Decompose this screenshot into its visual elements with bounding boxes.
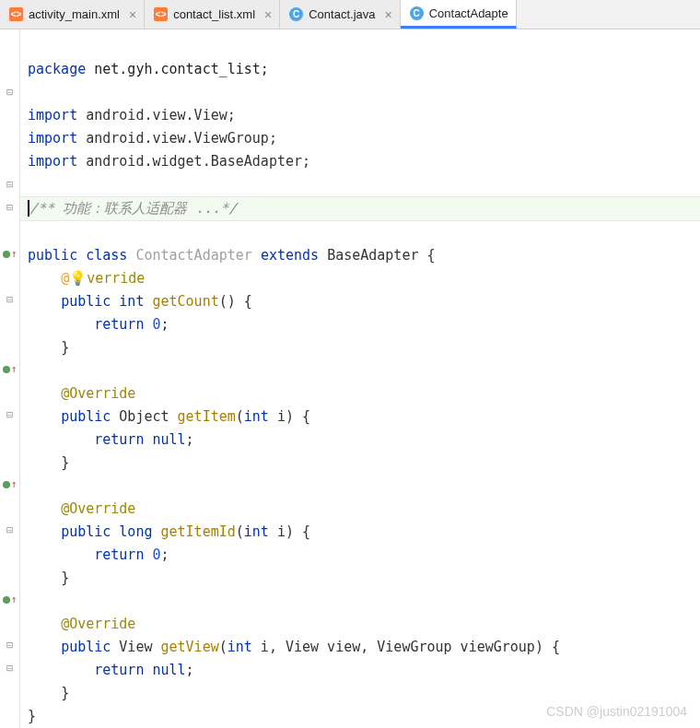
tab-contact-java[interactable]: C Contact.java × [280, 0, 400, 29]
xml-icon: <> [154, 7, 168, 21]
code-area[interactable]: package net.gyh.contact_list; import and… [20, 29, 700, 728]
number-literal: 0 [152, 546, 160, 563]
param-type: int [228, 639, 252, 655]
keyword: class [86, 247, 127, 264]
current-line: /** 功能：联系人适配器 ...*/ [20, 196, 700, 221]
brace: } [61, 685, 69, 701]
import-path: android.view.View; [86, 107, 236, 123]
brace: } [61, 569, 69, 586]
keyword: public [61, 408, 111, 425]
lightbulb-icon[interactable]: @💡 [61, 270, 87, 287]
watermark-text: CSDN @justin02191004 [546, 704, 687, 719]
keyword: int [119, 293, 144, 310]
doc-comment: /** 功能：联系人适配器 ...*/ [29, 200, 237, 217]
keyword: public [61, 523, 111, 540]
tab-label: Contact.java [309, 7, 375, 21]
override-marker-icon[interactable] [0, 358, 19, 381]
keyword: public [28, 247, 77, 264]
semicolon: ; [186, 662, 194, 678]
semicolon: ; [161, 316, 169, 333]
fold-icon[interactable]: ⊟ [0, 173, 19, 196]
code-editor[interactable]: ⊟ ⊟ ⊟ ⊟ ⊟ ⊟ ⊟ ⊟ package net.gyh.contact_… [0, 29, 700, 728]
java-class-icon: C [289, 7, 303, 21]
keyword: package [28, 61, 86, 77]
parens: () [219, 293, 236, 310]
method-name: getItem [178, 408, 236, 425]
tab-label: contact_list.xml [173, 7, 255, 21]
keyword: import [28, 130, 77, 147]
brace: } [28, 708, 36, 724]
keyword: return [94, 316, 144, 333]
import-path: android.widget.BaseAdapter; [86, 153, 310, 170]
override-marker-icon[interactable] [0, 588, 19, 611]
keyword: return [94, 431, 144, 448]
fold-icon[interactable]: ⊟ [0, 196, 19, 219]
import-path: android.view.ViewGroup; [86, 130, 277, 147]
fold-close-icon[interactable]: ⊟ [0, 404, 19, 427]
keyword: public [61, 639, 111, 655]
fold-close-icon[interactable]: ⊟ [0, 634, 19, 657]
tab-contact-list[interactable]: <> contact_list.xml × [145, 0, 280, 29]
tab-activity-main[interactable]: <> activity_main.xml × [0, 0, 145, 29]
fold-close-icon[interactable]: ⊟ [0, 288, 19, 311]
tab-label: activity_main.xml [29, 7, 120, 21]
keyword: import [28, 153, 77, 170]
annotation: @Override [61, 500, 135, 517]
brace: } [61, 339, 69, 356]
xml-icon: <> [9, 7, 23, 21]
brace: { [244, 293, 252, 310]
keyword: extends [261, 247, 319, 264]
tab-contact-adapter[interactable]: C ContactAdapte [401, 0, 517, 29]
fold-close-icon[interactable]: ⊟ [0, 519, 19, 542]
method-name: getItemId [161, 523, 236, 540]
override-marker-icon[interactable] [0, 473, 19, 496]
close-icon[interactable]: × [129, 7, 136, 22]
semicolon: ; [186, 431, 194, 448]
brace: { [302, 408, 310, 425]
keyword: public [61, 293, 111, 310]
class-name: ContactAdapter [135, 247, 251, 264]
keyword: return [94, 546, 144, 563]
tab-label: ContactAdapte [429, 6, 508, 20]
param-type: int [244, 408, 269, 425]
annotation: @💡verride [61, 270, 145, 287]
param-type: int [244, 523, 269, 540]
fold-close-icon[interactable]: ⊟ [0, 657, 19, 680]
keyword: import [28, 107, 77, 123]
brace: { [302, 523, 310, 540]
editor-tabs: <> activity_main.xml × <> contact_list.x… [0, 0, 700, 29]
override-marker-icon[interactable] [0, 242, 19, 265]
java-class-icon: C [410, 6, 424, 20]
keyword: return [94, 662, 144, 678]
method-name: getCount [152, 293, 218, 310]
return-type: Object [119, 408, 169, 425]
annotation: @Override [61, 616, 135, 632]
null-literal: null [152, 662, 185, 678]
return-type: View [119, 639, 152, 655]
close-icon[interactable]: × [384, 7, 391, 22]
package-name: net.gyh.contact_list; [94, 61, 269, 77]
keyword: long [119, 523, 152, 540]
fold-icon[interactable]: ⊟ [0, 81, 19, 104]
close-icon[interactable]: × [264, 7, 272, 22]
base-class: BaseAdapter { [327, 247, 435, 264]
method-name: getView [161, 639, 219, 655]
semicolon: ; [161, 546, 169, 563]
brace: { [552, 639, 560, 655]
null-literal: null [152, 431, 185, 448]
gutter-markers: ⊟ ⊟ ⊟ ⊟ ⊟ ⊟ ⊟ ⊟ [0, 29, 20, 728]
annotation: @Override [61, 385, 135, 402]
number-literal: 0 [152, 316, 160, 333]
brace: } [61, 454, 69, 471]
